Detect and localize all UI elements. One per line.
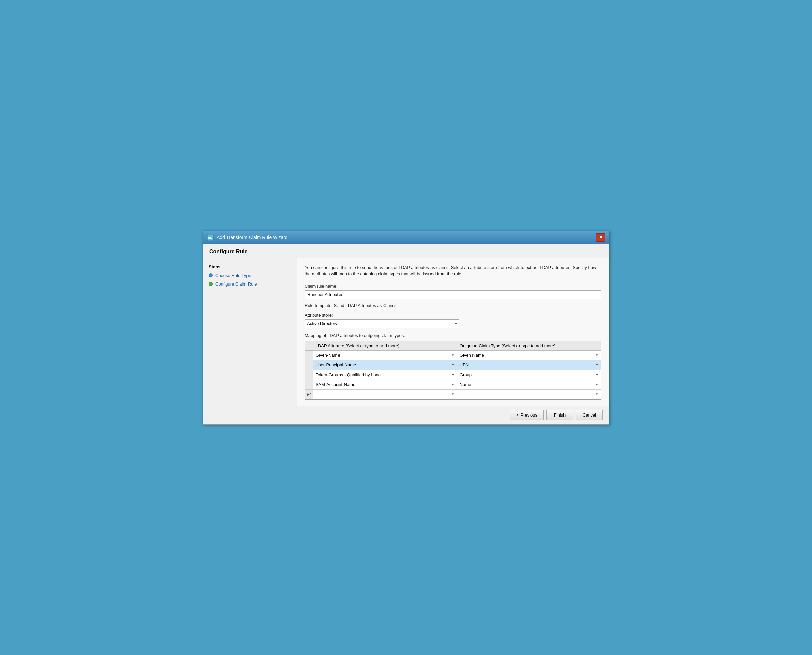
page-title: Configure Rule <box>203 244 609 258</box>
rule-template-text: Rule template: Send LDAP Attributes as C… <box>305 303 602 308</box>
claim-cell-2: UPN <box>457 360 601 370</box>
sidebar-item-label-2: Configure Claim Rule <box>215 281 257 286</box>
finish-button[interactable]: Finish <box>546 410 573 420</box>
ldap-select-5[interactable] <box>314 390 455 398</box>
svg-rect-3 <box>208 238 212 239</box>
ldap-select-wrapper-3: Token-Groups - Qualified by Long ... <box>314 371 455 379</box>
ldap-select-wrapper-5 <box>314 390 455 398</box>
ldap-select-wrapper-4: SAM-Account-Name <box>314 381 455 389</box>
ldap-cell-3: Token-Groups - Qualified by Long ... <box>313 370 457 380</box>
ldap-cell-1: Given-Name <box>313 351 457 360</box>
content-area: Steps Choose Rule Type Configure Claim R… <box>203 258 609 406</box>
row-num-4 <box>305 380 313 389</box>
sidebar-item-configure-claim-rule[interactable]: Configure Claim Rule <box>203 280 297 288</box>
claim-select-2[interactable]: UPN <box>458 361 599 369</box>
ldap-cell-4: SAM-Account-Name <box>313 380 457 389</box>
app-icon <box>207 234 214 241</box>
sidebar-item-label-1: Choose Rule Type <box>215 273 251 278</box>
description-text: You can configure this rule to send the … <box>305 264 602 277</box>
claim-cell-1: Given Name <box>457 351 601 360</box>
ldap-select-1[interactable]: Given-Name <box>314 351 455 360</box>
table-row: SAM-Account-Name Name <box>305 380 601 389</box>
claim-rule-name-label: Claim rule name: <box>305 283 602 289</box>
footer: < Previous Finish Cancel <box>203 406 609 424</box>
steps-section-title: Steps <box>203 262 297 271</box>
ldap-col-header: LDAP Attribute (Select or type to add mo… <box>313 341 457 351</box>
main-panel: You can configure this rule to send the … <box>297 258 609 406</box>
attribute-store-wrapper: Active Directory <box>305 320 459 328</box>
table-row: User-Principal-Name UPN <box>305 360 601 370</box>
claim-select-wrapper-3: Group <box>458 371 599 379</box>
claim-select-4[interactable]: Name <box>458 381 599 389</box>
ldap-select-wrapper-1: Given-Name <box>314 351 455 360</box>
title-bar: Add Transform Claim Rule Wizard ✕ <box>203 231 609 244</box>
svg-rect-1 <box>208 236 213 237</box>
claim-select-wrapper-4: Name <box>458 381 599 389</box>
step1-dot <box>209 274 213 277</box>
table-row-new: ▶* <box>305 389 601 399</box>
svg-rect-2 <box>208 237 211 238</box>
title-bar-left: Add Transform Claim Rule Wizard <box>207 234 288 241</box>
claim-select-wrapper-2: UPN <box>458 361 599 369</box>
table-row: Given-Name Given Name <box>305 351 601 360</box>
attribute-store-label: Attribute store: <box>305 313 602 318</box>
claim-cell-4: Name <box>457 380 601 389</box>
row-num-1 <box>305 351 313 360</box>
step2-dot <box>209 282 213 286</box>
ldap-select-3[interactable]: Token-Groups - Qualified by Long ... <box>314 371 455 379</box>
claim-cell-5 <box>457 389 601 399</box>
claim-rule-name-input[interactable] <box>305 290 602 299</box>
mapping-table-container: LDAP Attribute (Select or type to add mo… <box>305 341 602 400</box>
ldap-cell-2: User-Principal-Name <box>313 360 457 370</box>
ldap-select-4[interactable]: SAM-Account-Name <box>314 381 455 389</box>
claim-cell-3: Group <box>457 370 601 380</box>
attribute-store-select[interactable]: Active Directory <box>305 320 459 328</box>
ldap-cell-5 <box>313 389 457 399</box>
cancel-button[interactable]: Cancel <box>576 410 603 420</box>
claim-col-header: Outgoing Claim Type (Select or type to a… <box>457 341 601 351</box>
close-button[interactable]: ✕ <box>596 234 605 241</box>
new-row-icon: ▶* <box>307 392 311 397</box>
claim-select-wrapper-1: Given Name <box>458 351 599 360</box>
row-num-3 <box>305 370 313 380</box>
row-num-5: ▶* <box>305 389 313 399</box>
window-title: Add Transform Claim Rule Wizard <box>216 235 288 240</box>
claim-select-5[interactable] <box>458 390 599 398</box>
mapping-label: Mapping of LDAP attributes to outgoing c… <box>305 333 602 338</box>
sidebar: Steps Choose Rule Type Configure Claim R… <box>203 258 297 406</box>
previous-button[interactable]: < Previous <box>510 410 544 420</box>
main-window: Add Transform Claim Rule Wizard ✕ Config… <box>203 231 609 424</box>
window-body: Configure Rule Steps Choose Rule Type Co… <box>203 244 609 424</box>
claim-select-1[interactable]: Given Name <box>458 351 599 360</box>
ldap-select-2[interactable]: User-Principal-Name <box>314 361 455 369</box>
claim-select-wrapper-5 <box>458 390 599 398</box>
sidebar-item-choose-rule-type[interactable]: Choose Rule Type <box>203 271 297 280</box>
claim-select-3[interactable]: Group <box>458 371 599 379</box>
table-row: Token-Groups - Qualified by Long ... Gro… <box>305 370 601 380</box>
mapping-table: LDAP Attribute (Select or type to add mo… <box>305 341 601 400</box>
row-num-2 <box>305 360 313 370</box>
ldap-select-wrapper-2: User-Principal-Name <box>314 361 455 369</box>
col-num-header <box>305 341 313 351</box>
